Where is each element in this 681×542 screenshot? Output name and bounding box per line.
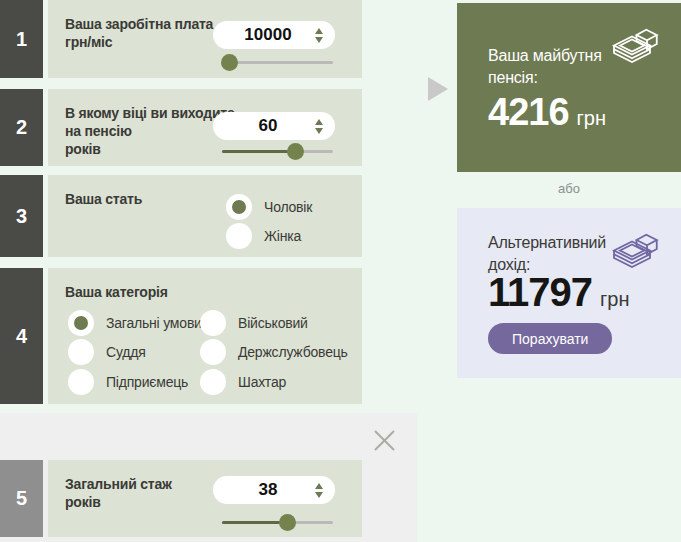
- alternative-value-row: 11797грн: [488, 270, 630, 315]
- alternative-income-card: Альтернативний дохід: 11797грн Порахуват…: [457, 208, 681, 378]
- radio-miner[interactable]: [200, 369, 226, 395]
- alternative-title-line1: Альтернативний: [488, 232, 606, 254]
- radio-entrepreneur[interactable]: [68, 369, 94, 395]
- section-salary: Ваша заробітна плата грн/міс 10000: [48, 0, 362, 78]
- step-number-2: 2: [0, 89, 43, 166]
- gender-label: Ваша стать: [65, 190, 142, 208]
- radio-female-label: Жінка: [264, 228, 301, 244]
- calculate-button[interactable]: Порахувати: [488, 323, 612, 354]
- salary-spinner-arrows: [309, 28, 335, 43]
- age-spinner[interactable]: 60: [213, 112, 335, 140]
- slider-track[interactable]: [222, 61, 333, 64]
- spinner-up-icon[interactable]: [315, 28, 323, 34]
- money-stack-icon: [611, 230, 659, 268]
- experience-label-line2: років: [65, 493, 172, 511]
- category-option-entrepreneur[interactable]: Підприємець: [68, 369, 188, 395]
- slider-handle[interactable]: [221, 54, 238, 71]
- salary-spinner[interactable]: 10000: [213, 21, 335, 49]
- pension-calculator: 1 Ваша заробітна плата грн/міс 10000 2 В…: [0, 0, 681, 542]
- alternative-title: Альтернативний дохід:: [488, 232, 606, 275]
- spinner-up-icon[interactable]: [315, 119, 323, 125]
- category-title: Ваша категорія: [65, 283, 168, 301]
- age-slider[interactable]: [222, 143, 333, 160]
- experience-spinner[interactable]: 38: [213, 476, 335, 504]
- gender-option-female[interactable]: Жінка: [226, 223, 301, 249]
- radio-miner-label: Шахтар: [238, 374, 286, 390]
- close-icon[interactable]: [371, 427, 398, 454]
- section-category: Ваша категорія Загальні умови Військовий…: [48, 268, 362, 404]
- category-option-civil-servant[interactable]: Держслужбовець: [200, 339, 348, 365]
- spinner-down-icon[interactable]: [315, 37, 323, 43]
- salary-label-line1: Ваша заробітна плата: [65, 15, 213, 33]
- experience-spinner-arrows: [309, 483, 335, 498]
- arrow-right-icon: [428, 77, 448, 101]
- radio-general-label: Загальні умови: [106, 315, 202, 331]
- category-option-military[interactable]: Військовий: [200, 310, 308, 336]
- experience-label-line1: Загальний стаж: [65, 475, 172, 493]
- step-number-label: 5: [16, 487, 27, 510]
- radio-military-label: Військовий: [238, 315, 308, 331]
- pension-title-line1: Ваша майбутня: [488, 45, 602, 67]
- gender-title: Ваша стать: [65, 190, 142, 208]
- age-spinner-arrows: [309, 119, 335, 134]
- radio-military[interactable]: [200, 310, 226, 336]
- spinner-down-icon[interactable]: [315, 492, 323, 498]
- salary-label: Ваша заробітна плата грн/міс: [65, 15, 213, 51]
- pension-value-row: 4216грн: [488, 91, 606, 134]
- salary-slider[interactable]: [222, 54, 333, 71]
- radio-civil-servant-label: Держслужбовець: [238, 344, 348, 360]
- step-number-label: 3: [16, 205, 27, 228]
- radio-judge-label: Суддя: [106, 344, 146, 360]
- spinner-up-icon[interactable]: [315, 483, 323, 489]
- age-label-line3: років: [65, 140, 235, 158]
- pension-title: Ваша майбутня пенсія:: [488, 45, 602, 88]
- age-label-line2: на пенсію: [65, 122, 235, 140]
- experience-slider[interactable]: [222, 514, 333, 531]
- age-label-line1: В якому віці ви виходите: [65, 104, 235, 122]
- salary-label-line2: грн/міс: [65, 33, 213, 51]
- step-number-1: 1: [0, 0, 43, 78]
- step-number-label: 1: [16, 28, 27, 51]
- step-number-label: 4: [16, 325, 27, 348]
- section-experience: Загальний стаж років 38: [48, 460, 362, 537]
- slider-fill: [222, 521, 287, 524]
- slider-fill: [222, 150, 295, 153]
- pension-result-card: Ваша майбутня пенсія: 4216грн: [457, 3, 681, 172]
- category-option-judge[interactable]: Суддя: [68, 339, 146, 365]
- salary-value[interactable]: 10000: [213, 25, 309, 45]
- experience-value[interactable]: 38: [213, 480, 309, 500]
- age-value[interactable]: 60: [213, 116, 309, 136]
- spinner-down-icon[interactable]: [315, 128, 323, 134]
- step-number-5: 5: [0, 460, 43, 537]
- slider-handle[interactable]: [287, 143, 304, 160]
- gender-option-male[interactable]: Чоловік: [226, 194, 312, 220]
- pension-unit: грн: [577, 107, 606, 129]
- step-number-label: 2: [16, 116, 27, 139]
- radio-general[interactable]: [68, 310, 94, 336]
- step-number-3: 3: [0, 175, 43, 257]
- radio-judge[interactable]: [68, 339, 94, 365]
- category-option-miner[interactable]: Шахтар: [200, 369, 286, 395]
- pension-title-line2: пенсія:: [488, 67, 602, 89]
- radio-entrepreneur-label: Підприємець: [106, 374, 188, 390]
- radio-civil-servant[interactable]: [200, 339, 226, 365]
- section-gender: Ваша стать Чоловік Жінка: [48, 175, 362, 257]
- slider-handle[interactable]: [279, 514, 296, 531]
- alternative-amount: 11797: [488, 270, 592, 314]
- experience-label: Загальний стаж років: [65, 475, 172, 511]
- radio-male[interactable]: [226, 194, 252, 220]
- pension-amount: 4216: [488, 91, 569, 133]
- step-number-4: 4: [0, 268, 43, 404]
- money-stack-icon: [611, 25, 659, 63]
- radio-female[interactable]: [226, 223, 252, 249]
- or-separator: або: [457, 181, 681, 196]
- radio-male-label: Чоловік: [264, 199, 312, 215]
- section-retirement-age: В якому віці ви виходите на пенсію років…: [48, 89, 362, 166]
- category-label: Ваша категорія: [65, 283, 168, 301]
- age-label: В якому віці ви виходите на пенсію років: [65, 104, 235, 159]
- category-option-general[interactable]: Загальні умови: [68, 310, 202, 336]
- alternative-unit: грн: [600, 288, 629, 310]
